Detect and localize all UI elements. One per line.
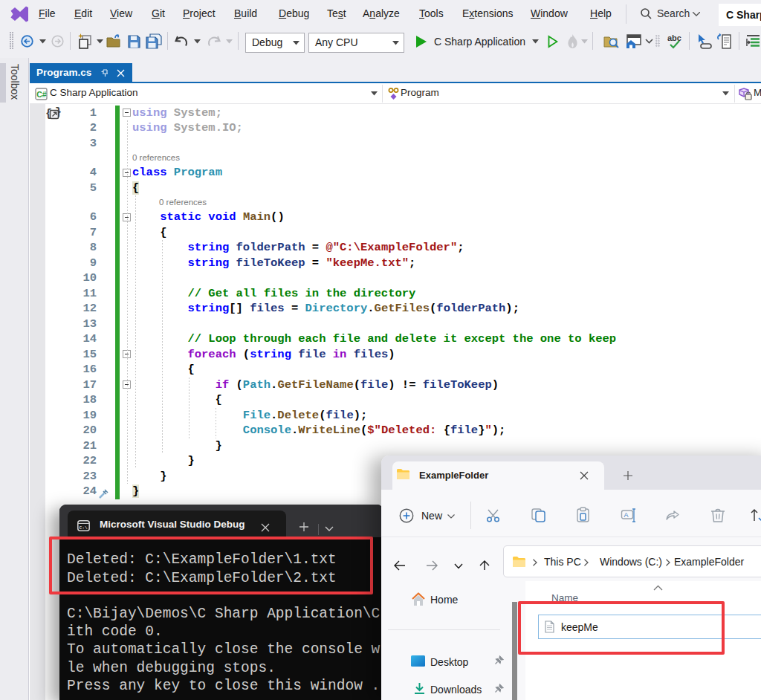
svg-text:C#: C# <box>36 90 47 99</box>
svg-text:A: A <box>624 511 629 519</box>
svg-text:C:\: C:\ <box>80 525 88 531</box>
